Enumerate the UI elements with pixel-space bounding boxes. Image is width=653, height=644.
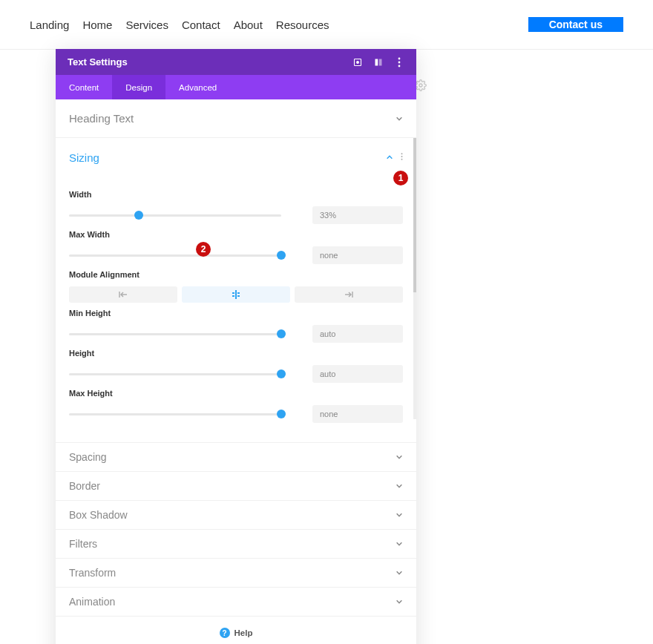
section-label: Heading Text <box>69 112 134 125</box>
section-transform[interactable]: Transform <box>56 559 416 588</box>
top-navigation: Landing Home Services Contact About Reso… <box>0 0 653 50</box>
section-label: Box Shadow <box>69 509 128 521</box>
svg-point-5 <box>398 57 401 59</box>
section-label: Border <box>69 480 100 492</box>
field-label: Max Height <box>69 389 403 398</box>
align-center-button[interactable] <box>182 286 290 303</box>
svg-rect-4 <box>379 59 382 65</box>
max-height-field: Max Height none <box>69 389 403 423</box>
svg-point-7 <box>398 65 401 67</box>
nav-item-about[interactable]: About <box>234 19 263 31</box>
chevron-down-icon <box>396 115 403 122</box>
chevron-up-icon <box>386 154 393 161</box>
svg-point-0 <box>419 84 422 87</box>
max-height-slider[interactable] <box>69 409 281 419</box>
width-slider[interactable] <box>69 210 281 220</box>
sizing-fields: Width 33% Max Width none <box>56 177 416 443</box>
tab-design[interactable]: Design <box>112 75 165 99</box>
svg-rect-17 <box>237 295 240 297</box>
field-label: Height <box>69 349 403 358</box>
section-label: Spacing <box>69 451 107 463</box>
scrollbar[interactable] <box>413 138 416 419</box>
height-slider[interactable] <box>69 369 281 379</box>
align-right-button[interactable] <box>295 286 403 303</box>
svg-rect-14 <box>232 292 234 294</box>
height-value-input[interactable]: auto <box>312 365 403 383</box>
callout-badge-1: 1 <box>393 171 408 185</box>
alignment-segmented <box>69 286 403 303</box>
chevron-down-icon <box>396 453 403 461</box>
min-height-value-input[interactable]: auto <box>312 325 403 343</box>
field-label: Width <box>69 190 403 199</box>
chevron-down-icon <box>396 482 403 490</box>
svg-point-6 <box>398 61 401 63</box>
section-more-icon[interactable] <box>401 151 403 163</box>
tab-advanced[interactable]: Advanced <box>165 75 230 99</box>
expand-icon[interactable] <box>352 57 363 68</box>
help-label: Help <box>234 628 253 637</box>
section-label: Transform <box>69 567 116 579</box>
nav-item-landing[interactable]: Landing <box>30 19 69 31</box>
more-icon[interactable] <box>394 57 404 68</box>
panel-title: Text Settings <box>68 56 128 68</box>
chevron-down-icon <box>396 540 403 548</box>
svg-point-8 <box>401 153 403 154</box>
tab-content[interactable]: Content <box>56 75 112 99</box>
width-value-input[interactable]: 33% <box>312 206 403 224</box>
max-width-value-input[interactable]: none <box>312 246 403 264</box>
chevron-down-icon <box>396 598 403 605</box>
svg-point-9 <box>401 156 403 157</box>
callout-badge-2: 2 <box>196 242 211 257</box>
align-left-button[interactable] <box>69 286 177 303</box>
svg-rect-13 <box>235 290 237 299</box>
svg-point-2 <box>357 61 359 63</box>
section-label: Animation <box>69 596 115 608</box>
min-height-field: Min Height auto <box>69 309 403 343</box>
nav-links: Landing Home Services Contact About Reso… <box>30 19 329 31</box>
chevron-down-icon <box>396 569 403 576</box>
panel-header[interactable]: Text Settings <box>56 49 416 75</box>
nav-item-services[interactable]: Services <box>125 19 168 31</box>
height-field: Height auto <box>69 349 403 383</box>
nav-item-contact[interactable]: Contact <box>182 19 220 31</box>
section-filters[interactable]: Filters <box>56 530 416 559</box>
section-label: Sizing <box>69 151 99 164</box>
nav-item-resources[interactable]: Resources <box>276 19 329 31</box>
svg-rect-3 <box>375 59 378 65</box>
section-border[interactable]: Border <box>56 472 416 501</box>
panel-tabs: Content Design Advanced <box>56 75 416 99</box>
panel-header-icons <box>352 57 404 68</box>
chevron-down-icon <box>396 511 403 519</box>
max-width-slider[interactable] <box>69 250 281 260</box>
section-spacing[interactable]: Spacing <box>56 443 416 472</box>
help-icon: ? <box>220 628 230 638</box>
text-settings-panel: Text Settings Content Design Advanced He… <box>56 49 416 644</box>
field-label: Min Height <box>69 309 403 318</box>
panel-body: Heading Text Sizing Width <box>56 99 416 644</box>
layout-icon[interactable] <box>373 57 384 68</box>
section-box-shadow[interactable]: Box Shadow <box>56 501 416 530</box>
section-label: Filters <box>69 538 97 550</box>
contact-us-button[interactable]: Contact us <box>528 17 623 32</box>
max-height-value-input[interactable]: none <box>312 405 403 423</box>
scrollbar-thumb[interactable] <box>413 138 416 292</box>
min-height-slider[interactable] <box>69 329 281 339</box>
help-link[interactable]: ? Help <box>56 617 416 644</box>
section-sizing[interactable]: Sizing <box>56 138 416 177</box>
field-label: Module Alignment <box>69 270 403 279</box>
section-heading-text[interactable]: Heading Text <box>56 99 416 138</box>
svg-rect-15 <box>237 292 240 294</box>
width-field: Width 33% <box>69 190 403 224</box>
nav-item-home[interactable]: Home <box>82 19 112 31</box>
svg-rect-16 <box>232 295 234 297</box>
max-width-field: Max Width none <box>69 230 403 264</box>
module-alignment-field: Module Alignment <box>69 270 403 303</box>
field-label: Max Width <box>69 230 403 239</box>
module-gear-icon[interactable] <box>415 79 427 91</box>
section-animation[interactable]: Animation <box>56 588 416 617</box>
svg-point-10 <box>401 159 403 160</box>
